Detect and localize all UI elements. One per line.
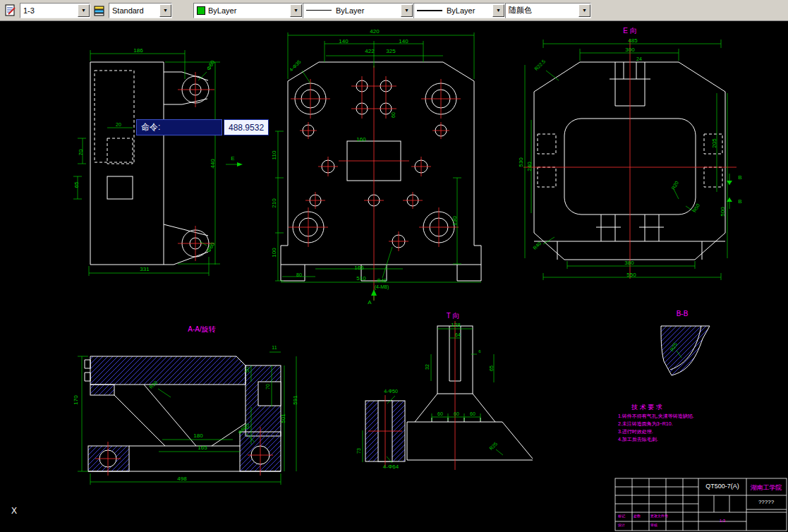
dim-label: 70 [265, 384, 270, 389]
dim-label: 591 [292, 395, 298, 405]
layer-combo[interactable]: 1-3 ▼ [20, 3, 90, 18]
dim-label: 100 [271, 248, 277, 258]
chevron-down-icon[interactable]: ▼ [290, 4, 302, 17]
linetype-combo[interactable]: ByLayer ▼ [303, 3, 413, 18]
part-name: ????? [758, 499, 775, 505]
organization: 湖南工学院 [751, 484, 782, 491]
layer-combo-value: 1-3 [23, 6, 35, 15]
dim-label: E [231, 155, 234, 162]
dim-label: 170 [73, 395, 79, 405]
style-combo-value: Standard [112, 6, 144, 15]
view-bb [661, 326, 710, 375]
dim-label: 65 [489, 365, 494, 371]
dim-label: 510 [356, 275, 366, 282]
dim-label: 165 [198, 445, 207, 451]
dim-label: 110 [271, 150, 277, 159]
dim-label: 4-Φ50 [384, 389, 398, 394]
new-drawing-icon[interactable] [2, 2, 19, 19]
view-front-centerlines [289, 66, 461, 301]
view-e-dimensions [525, 40, 732, 280]
dim-label: 240 [526, 162, 533, 171]
command-tooltip: 命令: 488.9532 [136, 119, 269, 135]
lineweight-combo-value: ByLayer [447, 6, 475, 15]
dim-label: Φ60 [205, 59, 217, 71]
dim-label: 70 [78, 149, 84, 155]
dim-label: 550 [626, 272, 636, 278]
view-title-t: T 向 [447, 312, 460, 320]
view-left-side [90, 62, 209, 265]
chevron-down-icon[interactable]: ▼ [78, 4, 90, 17]
dim-label: R22.5 [533, 59, 546, 71]
view-t [407, 326, 533, 460]
dim-label: 530 [518, 157, 524, 167]
dim-label: 128 [451, 322, 461, 328]
dim-label: 20 [116, 122, 121, 127]
view-title-e: E 向 [623, 27, 636, 35]
view-title-bb: B-B [677, 310, 689, 318]
view-e-centerlines [523, 39, 737, 279]
dim-label: 300 [625, 47, 635, 53]
layer-properties-icon[interactable] [91, 2, 108, 19]
dim-label: 60 [437, 411, 443, 416]
tech-req-line: 4.加工后去除毛刺. [618, 437, 658, 442]
dim-label: Φ60 [205, 241, 217, 253]
dim-label: 73 [356, 448, 361, 454]
dim-label: 设计 [617, 523, 625, 527]
dim-label: B [738, 174, 741, 181]
dim-label: A [368, 299, 372, 306]
dim-label: 422 [365, 48, 375, 54]
dim-label: 498 [177, 476, 187, 482]
dim-label: R40 [532, 241, 542, 250]
color-combo[interactable]: ByLayer ▼ [193, 3, 303, 18]
dim-label: 130 [451, 216, 458, 226]
linetype-combo-value: ByLayer [336, 6, 364, 15]
dim-label: 331 [140, 266, 150, 272]
dim-label: R25 [488, 441, 498, 451]
dim-label: 50 [245, 367, 250, 373]
dim-label: B [738, 198, 741, 205]
plotstyle-combo[interactable]: 随颜色 ▼ [505, 3, 591, 18]
dim-label: 60 [391, 112, 396, 118]
dim-label: 500 [720, 207, 726, 217]
dim-label: 80 [296, 272, 302, 277]
dim-label: 60 [470, 411, 475, 416]
dim-label: 501 [280, 413, 286, 423]
view-front [281, 62, 481, 281]
dim-label: 210 [271, 198, 277, 208]
chevron-down-icon[interactable]: ▼ [578, 4, 590, 17]
coordinate-readout: 488.9532 [224, 119, 269, 135]
dim-label: 64 [455, 332, 461, 337]
lineweight-sample [417, 10, 442, 11]
drawing-canvas[interactable]: 186Φ60207065440Φ603314201401404223254-Φ3… [0, 21, 788, 532]
dim-label: 325 [386, 48, 396, 54]
chevron-down-icon[interactable]: ▼ [492, 4, 504, 17]
dim-label: 处数 [634, 514, 641, 519]
dim-label: (4-M8) [375, 284, 389, 290]
autocad-window: 1-3 ▼ Standard ▼ ByLayer ▼ ByLayer ▼ ByL [0, 0, 788, 532]
view-left-dimensions [73, 50, 220, 276]
lineweight-combo[interactable]: ByLayer ▼ [413, 3, 505, 18]
dim-label: 60 [454, 411, 459, 416]
command-prompt: 命令: [136, 119, 222, 135]
dim-label: 205 [711, 138, 717, 148]
view-front-dimensions [226, 32, 481, 301]
layers-icon [93, 4, 106, 17]
drawing-number: QT500-7(A) [705, 483, 739, 490]
dim-label: 标记 [617, 514, 625, 519]
dim-label: Φ40 [377, 278, 386, 283]
dim-label: 160 [356, 136, 366, 143]
chevron-down-icon[interactable]: ▼ [159, 4, 171, 17]
tech-req-title: 技 术 要 求 [631, 404, 662, 411]
dim-label: 140 [399, 38, 408, 44]
plotstyle-combo-value: 随颜色 [509, 5, 532, 16]
dim-label: 380 [624, 260, 634, 266]
chevron-down-icon[interactable]: ▼ [401, 4, 413, 17]
style-combo[interactable]: Standard ▼ [109, 3, 172, 18]
dim-label: 24 [636, 56, 642, 61]
page-icon [4, 4, 17, 17]
view-e [534, 62, 725, 260]
dim-label: 440 [210, 159, 216, 169]
dim-label: 审核 [650, 523, 657, 527]
dim-label: 485 [628, 37, 638, 44]
dim-label: R50 [692, 202, 701, 213]
